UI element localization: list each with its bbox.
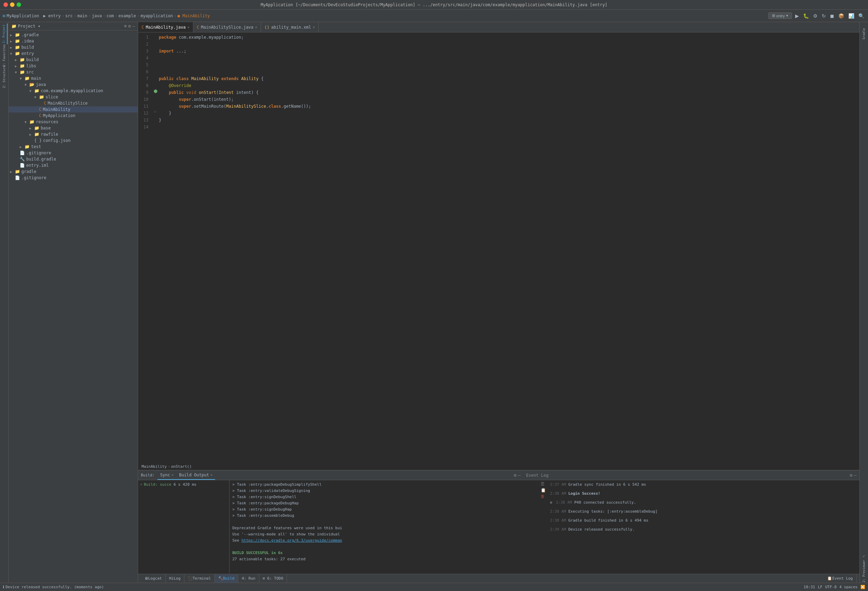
build-output-line-7: [232, 519, 545, 525]
tree-item-rawfile[interactable]: ▶ 📁 rawfile: [9, 131, 138, 137]
copy-icon[interactable]: 📋: [541, 488, 546, 492]
breadcrumb-com[interactable]: com: [106, 13, 114, 18]
tree-item-main[interactable]: ▼ 📁 main: [9, 75, 138, 81]
build-success-item[interactable]: ✓ Build: succe 6 s 420 ms: [138, 482, 229, 488]
project-sidebar-tab[interactable]: 1: Project: [1, 24, 7, 44]
hide-icon[interactable]: —: [132, 24, 135, 29]
previewer-tab[interactable]: 2: Previewer: [861, 561, 867, 581]
event-log-minimize-icon[interactable]: —: [854, 473, 856, 478]
event-log-settings-icon[interactable]: ⚙: [850, 473, 852, 478]
tree-item-resources[interactable]: ▼ 📁 resources: [9, 119, 138, 125]
structure-sidebar-tab[interactable]: Z: Structure: [1, 66, 7, 87]
run-tab[interactable]: 4: Run: [238, 575, 259, 583]
breadcrumb-main[interactable]: main: [77, 13, 87, 18]
filter-icon[interactable]: ☰: [541, 482, 546, 486]
hilog-tab[interactable]: HiLog: [166, 575, 185, 583]
docs-link[interactable]: https://docs.gradle.org/6.3/userguide/co…: [242, 538, 342, 543]
build-output-tab[interactable]: Build Output ✕: [176, 470, 216, 480]
breadcrumb-mainability[interactable]: ● MainAbility: [177, 13, 210, 18]
breadcrumb-src[interactable]: src: [65, 13, 73, 18]
tree-item-slice[interactable]: ▼ 📁 slice: [9, 94, 138, 100]
close-sync-tab-icon[interactable]: ✕: [171, 473, 174, 477]
tree-item-gradle[interactable]: ▶ 📁 .gradle: [9, 32, 138, 38]
tree-item-gitignore-root[interactable]: 📄 .gitignore: [9, 175, 138, 181]
tree-item-gradle-folder[interactable]: ▶ 📁 gradle: [9, 168, 138, 175]
project-icon: ⊞: [3, 13, 5, 18]
tree-item-gitignore[interactable]: 📄 .gitignore: [9, 150, 138, 156]
event-log-bottom-tab[interactable]: 📋 Event Log: [824, 575, 856, 583]
close-build-output-tab-icon[interactable]: ✕: [210, 473, 213, 477]
checkmark-icon: ✓: [862, 554, 865, 559]
reload-button[interactable]: ↻: [821, 12, 827, 20]
folder-icon: 📁: [12, 24, 16, 29]
close-tab-icon[interactable]: ✕: [255, 25, 257, 29]
run-config-dropdown[interactable]: ⊞ entry ▾: [768, 12, 792, 19]
fold-icon[interactable]: ▷: [154, 110, 156, 113]
right-check-icon[interactable]: ✓: [861, 552, 866, 560]
build-tab[interactable]: 🔨 Build: [215, 575, 238, 583]
breadcrumb-example[interactable]: example: [118, 13, 136, 18]
event-log-tab[interactable]: Event Log: [523, 470, 551, 480]
build-output-panel[interactable]: ☰ 📋 🗑 > Task :entry:packageDebugSimplify…: [230, 480, 547, 574]
editor-tab-mainability[interactable]: C MainAbility.java ✕: [138, 22, 193, 32]
minimize-button[interactable]: [10, 2, 15, 7]
tree-item-com-example[interactable]: ▼ 📁 com.example.myapplication: [9, 88, 138, 94]
tree-item-java[interactable]: ▼ 📂 java: [9, 81, 138, 88]
todo-tab[interactable]: ≡ 6: TODO: [259, 575, 287, 583]
tree-item-test[interactable]: ▶ 📁 test: [9, 144, 138, 150]
tree-item-entry-iml[interactable]: 📄 entry.iml: [9, 162, 138, 168]
indent-indicator[interactable]: 4 spaces: [839, 585, 858, 589]
settings-icon[interactable]: ⚙: [128, 24, 131, 29]
profile-bundle-button[interactable]: 📊: [847, 12, 855, 20]
breakpoint-icon[interactable]: ⬤: [154, 89, 158, 93]
code-line-13: 13 }: [138, 117, 859, 124]
breadcrumb-myapplication[interactable]: myapplication: [140, 13, 173, 18]
terminal-tab[interactable]: ⬛ Terminal: [185, 575, 215, 583]
tree-item-build[interactable]: ▶ 📁 build: [9, 57, 138, 63]
folder-icon: 📁: [39, 94, 44, 99]
breadcrumb-entry[interactable]: ▶ entry: [43, 13, 61, 18]
clear-icon[interactable]: 🗑: [541, 494, 546, 499]
gradle-tab[interactable]: Gradle: [861, 24, 867, 44]
search-button[interactable]: 🔍: [857, 12, 865, 20]
editor-tab-mainabilityslice[interactable]: C MainAbilitySlice.java ✕: [193, 22, 261, 32]
encoding-indicator[interactable]: UTF-8: [825, 585, 837, 589]
close-tab-icon[interactable]: ✕: [187, 25, 190, 29]
title-bar: MyApplication [~/Documents/DevEcoStudioP…: [0, 0, 868, 10]
build-settings-icon[interactable]: ⚙: [514, 473, 517, 478]
build-bundle-button[interactable]: 📦: [837, 12, 845, 20]
tree-item-libs[interactable]: ▶ 📁 libs: [9, 63, 138, 69]
line-ending-indicator[interactable]: LF: [818, 585, 822, 589]
tree-item-base[interactable]: ▶ 📁 base: [9, 125, 138, 131]
tree-item-mainability[interactable]: C MainAbility: [9, 106, 138, 112]
debug-button[interactable]: 🐛: [802, 12, 810, 20]
close-button[interactable]: [3, 2, 8, 7]
tree-item-myapplication[interactable]: C MyApplication: [9, 112, 138, 119]
run-button[interactable]: ▶: [794, 12, 800, 20]
breadcrumb-java[interactable]: java: [92, 13, 102, 18]
sync-tab[interactable]: Sync ✕: [158, 470, 176, 480]
tree-item-build-root[interactable]: ▶ 📁 build: [9, 44, 138, 50]
breadcrumb-method[interactable]: onStart(): [171, 464, 192, 469]
build-minimize-icon[interactable]: —: [518, 473, 521, 478]
locate-icon[interactable]: ⊕: [124, 24, 127, 29]
tree-item-build-gradle[interactable]: 🔧 build.gradle: [9, 156, 138, 162]
bottom-panel: Build: Sync ✕ Build Output ✕ ⚙ — Event L…: [138, 470, 859, 574]
code-line-5: 5: [138, 62, 859, 68]
project-panel: 📁 Project ▾ ⊕ ⚙ — ▶ 📁 .gradle ▶ 📁 .idea: [9, 22, 138, 583]
tree-item-entry[interactable]: ▼ 📁 entry: [9, 50, 138, 57]
logcat-tab[interactable]: 🖥 Logcat: [141, 575, 166, 583]
code-editor[interactable]: 1 package com.example.myapplication; 2 3…: [138, 32, 859, 463]
tree-item-mainabilityslice[interactable]: C MainAbilitySlice: [9, 100, 138, 106]
tree-item-src[interactable]: ▼ 📁 src: [9, 69, 138, 75]
tree-item-idea[interactable]: ▶ 📁 .idea: [9, 38, 138, 44]
tree-item-config-json[interactable]: { } config.json: [9, 137, 138, 144]
status-message: Device released successfully. (moments a…: [6, 585, 104, 589]
editor-tab-ability-main-xml[interactable]: ⟨⟩ ability_main.xml ✕: [261, 22, 319, 32]
breadcrumb-class[interactable]: MainAbility: [142, 464, 167, 469]
maximize-button[interactable]: [16, 2, 21, 7]
favorites-sidebar-tab[interactable]: 2: Favorites: [1, 45, 7, 66]
stop-button[interactable]: ◼: [829, 12, 835, 20]
attach-button[interactable]: ⚙: [812, 12, 819, 20]
close-tab-icon[interactable]: ✕: [313, 25, 315, 29]
